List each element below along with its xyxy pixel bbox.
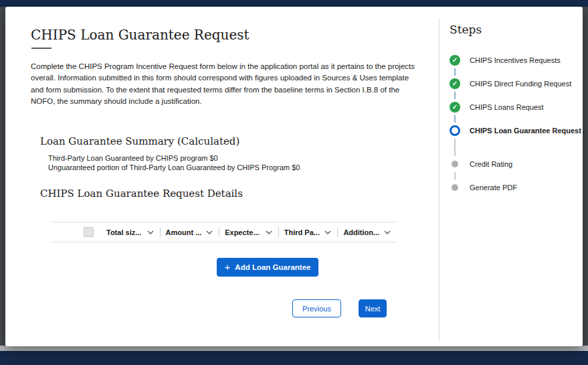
chevron-down-icon[interactable]	[324, 230, 331, 234]
column-header-amount[interactable]: Amount ...	[160, 222, 219, 242]
chevron-down-icon[interactable]	[266, 230, 272, 234]
next-button[interactable]: Next	[359, 299, 387, 317]
step-chips-incentives-requests[interactable]: ✓ CHIPS Incentives Requests	[450, 55, 582, 78]
step-chips-direct-funding-request[interactable]: ✓ CHIPS Direct Funding Request	[450, 78, 582, 102]
chevron-down-icon[interactable]	[147, 230, 154, 234]
summary-values: Third-Party Loan Guaranteed by CHIPS pro…	[48, 154, 300, 172]
vertical-divider	[439, 19, 439, 340]
column-header-expected[interactable]: Expecte...	[219, 222, 278, 242]
steps-sidebar: Steps ✓ CHIPS Incentives Requests ✓ CHIP…	[450, 23, 582, 193]
select-all-checkbox[interactable]	[84, 227, 94, 237]
chevron-down-icon[interactable]	[384, 230, 391, 234]
loan-guarantee-table-header: Total siz... Amount ... Expecte... Third…	[51, 222, 397, 242]
summary-heading: Loan Guarantee Summary (Calculated)	[40, 135, 239, 147]
step-connector	[454, 92, 456, 99]
title-underline	[31, 48, 52, 49]
previous-button[interactable]: Previous	[292, 299, 341, 317]
check-circle-icon: ✓	[450, 55, 460, 66]
step-connector	[454, 68, 456, 76]
steps-heading: Steps	[450, 23, 582, 36]
column-header-total-size[interactable]: Total siz...	[100, 222, 160, 242]
check-circle-icon: ✓	[450, 78, 460, 89]
steps-list: ✓ CHIPS Incentives Requests ✓ CHIPS Dire…	[450, 55, 582, 193]
add-loan-guarantee-button[interactable]: + Add Loan Guarantee	[217, 258, 318, 277]
summary-line-third-party: Third-Party Loan Guaranteed by CHIPS pro…	[48, 154, 300, 163]
step-connector	[454, 172, 456, 179]
column-header-additional[interactable]: Addition...	[337, 222, 397, 242]
plus-icon: +	[225, 263, 231, 272]
step-connector	[454, 139, 456, 156]
step-generate-pdf[interactable]: Generate PDF	[450, 182, 582, 193]
page-top-navbar	[0, 0, 588, 7]
chevron-down-icon[interactable]	[206, 230, 213, 234]
current-step-circle-icon	[450, 125, 460, 136]
select-all-cell	[51, 222, 100, 242]
check-circle-icon: ✓	[450, 102, 460, 113]
step-chips-loan-guarantee-request[interactable]: CHIPS Loan Guarantee Request	[450, 125, 582, 159]
page-background-strip	[0, 346, 588, 351]
page-title: CHIPS Loan Guarantee Request	[31, 27, 250, 43]
step-connector	[454, 115, 456, 123]
chips-loan-guarantee-modal: CHIPS Loan Guarantee Request Complete th…	[5, 7, 583, 346]
step-chips-loans-request[interactable]: ✓ CHIPS Loans Request	[450, 102, 582, 125]
pending-dot-icon	[452, 184, 458, 191]
summary-line-unguaranteed: Unguaranteed portion of Third-Party Loan…	[48, 163, 300, 173]
pending-dot-icon	[452, 161, 458, 167]
column-header-third-party[interactable]: Third Pa...	[278, 222, 338, 242]
page-footer-bar	[0, 351, 588, 365]
details-heading: CHIPS Loan Guarantee Request Details	[40, 188, 243, 200]
form-description: Complete the CHIPS Program Incentive Req…	[31, 61, 420, 107]
step-credit-rating[interactable]: Credit Rating	[450, 159, 582, 182]
